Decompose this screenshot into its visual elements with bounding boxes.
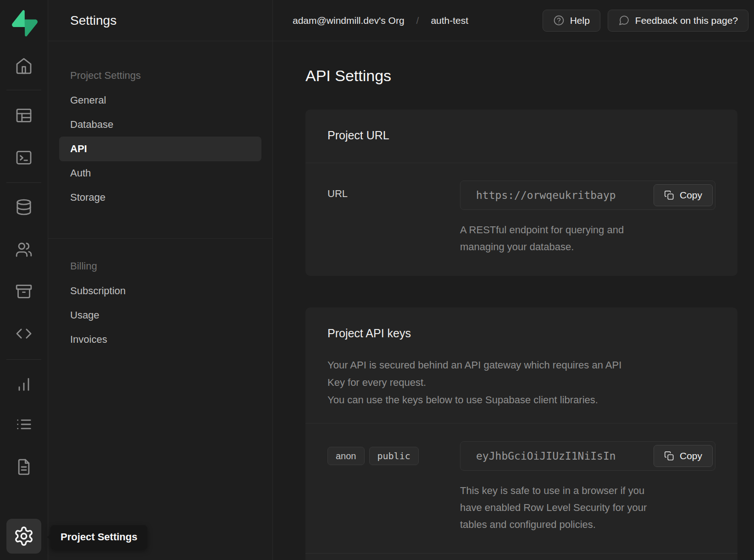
reports-chart-icon[interactable] <box>13 373 35 395</box>
project-url-value: https://orwqeukritbayp <box>476 189 616 201</box>
url-field-label: URL <box>327 181 460 255</box>
copy-icon <box>664 190 674 200</box>
main-header: adam@windmill.dev's Org / auth-test Help… <box>273 0 754 41</box>
breadcrumb-org[interactable]: adam@windmill.dev's Org <box>293 15 405 26</box>
project-url-description: A RESTful endpoint for querying and mana… <box>460 221 715 255</box>
copy-icon <box>664 451 674 461</box>
project-url-card: Project URL URL https://orwqeukritbayp C… <box>305 110 737 276</box>
copy-button-label: Copy <box>680 190 702 201</box>
nav-section-billing: Billing <box>70 260 97 272</box>
nav-item-auth[interactable]: Auth <box>59 161 261 186</box>
project-url-input[interactable]: https://orwqeukritbayp Copy <box>460 181 715 210</box>
help-circle-icon <box>553 15 565 26</box>
anon-key-description: This key is safe to use in a browser if … <box>460 482 715 533</box>
nav-item-storage[interactable]: Storage <box>59 185 261 210</box>
nav-item-invoices[interactable]: Invoices <box>59 327 261 352</box>
card-divider <box>305 423 737 423</box>
help-button-label: Help <box>570 15 590 26</box>
feedback-button-label: Feedback on this page? <box>635 15 738 26</box>
auth-users-icon[interactable] <box>13 238 35 260</box>
nav-item-usage[interactable]: Usage <box>59 303 261 328</box>
breadcrumb-separator: / <box>416 15 419 26</box>
anon-key-value: eyJhbGciOiJIUzI1NiIsIn <box>476 450 616 462</box>
card-divider <box>305 553 737 554</box>
copy-button-label: Copy <box>680 450 702 461</box>
api-keys-card-title: Project API keys <box>327 327 715 340</box>
main-area: adam@windmill.dev's Org / auth-test Help… <box>273 0 754 560</box>
nav-divider <box>48 238 272 239</box>
project-api-keys-card: Project API keys Your API is secured beh… <box>305 307 737 560</box>
api-keys-card-intro: Your API is secured behind an API gatewa… <box>327 357 715 409</box>
copy-anon-key-button[interactable]: Copy <box>654 445 713 467</box>
nav-section-project-settings: Project Settings <box>70 70 141 82</box>
sql-editor-icon[interactable] <box>13 147 35 169</box>
breadcrumb-project[interactable]: auth-test <box>431 15 468 26</box>
nav-item-subscription[interactable]: Subscription <box>59 279 261 303</box>
nav-item-database[interactable]: Database <box>59 112 261 137</box>
settings-nav-title: Settings <box>70 13 116 28</box>
home-icon[interactable] <box>13 55 35 77</box>
project-settings-tooltip: Project Settings <box>50 525 147 549</box>
table-editor-icon[interactable] <box>13 104 35 126</box>
rail-divider <box>6 90 41 90</box>
settings-nav: Settings Project Settings General Databa… <box>48 0 273 560</box>
supabase-logo-icon[interactable] <box>12 10 38 37</box>
api-code-icon[interactable] <box>13 323 35 345</box>
icon-rail <box>0 0 48 560</box>
feedback-bubble-icon <box>618 15 630 26</box>
card-divider <box>305 163 737 163</box>
project-settings-gear-icon[interactable] <box>6 519 41 554</box>
rail-divider <box>6 182 41 183</box>
docs-file-icon[interactable] <box>13 456 35 478</box>
project-url-card-title: Project URL <box>327 129 715 142</box>
anon-badge: anon <box>327 447 365 465</box>
supabase-dashboard: Project Settings Settings Project Settin… <box>0 0 754 560</box>
public-badge: public <box>369 447 419 465</box>
key-badges: anon public <box>327 441 460 533</box>
nav-item-general[interactable]: General <box>59 88 261 113</box>
help-button[interactable]: Help <box>543 10 600 32</box>
nav-item-api[interactable]: API <box>59 137 261 161</box>
rail-divider <box>6 359 41 360</box>
database-icon[interactable] <box>13 196 35 218</box>
storage-archive-icon[interactable] <box>13 280 35 302</box>
settings-nav-header: Settings <box>48 0 272 41</box>
copy-url-button[interactable]: Copy <box>654 184 713 206</box>
anon-key-input[interactable]: eyJhbGciOiJIUzI1NiIsIn Copy <box>460 441 715 471</box>
page-title: API Settings <box>305 67 391 85</box>
logs-list-icon[interactable] <box>13 413 35 435</box>
feedback-button[interactable]: Feedback on this page? <box>608 10 748 32</box>
